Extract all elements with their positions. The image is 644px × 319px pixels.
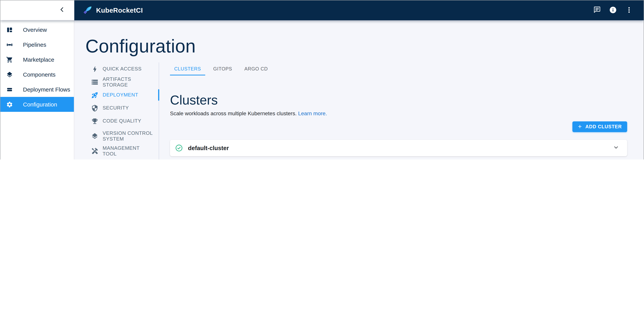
- tab-clusters[interactable]: CLUSTERS: [170, 62, 205, 76]
- subnav-item-gen-ai[interactable]: GEN AI: [86, 158, 158, 160]
- sidebar-item-label: Components: [23, 71, 56, 78]
- tab-label: CLUSTERS: [174, 66, 201, 72]
- cluster-name: default-cluster: [188, 145, 229, 152]
- tab-label: ARGO CD: [244, 66, 268, 72]
- subnav-item-label: MANAGEMENT TOOL: [102, 145, 155, 157]
- feedback-chat-icon: [593, 6, 601, 15]
- dashboard-icon: [6, 26, 13, 33]
- subnav-item-artifacts-storage[interactable]: ARTIFACTS STORAGE: [86, 76, 158, 88]
- pipeline-icon: [6, 41, 13, 48]
- tools-icon: [91, 147, 98, 155]
- storage-icon: [91, 78, 98, 86]
- actions-row: + ADD CLUSTER: [170, 122, 627, 132]
- sidebar-header: [0, 0, 74, 20]
- page-title: Configuration: [86, 36, 627, 57]
- section-description: Scale workloads across multiple Kubernet…: [170, 110, 627, 118]
- chevron-left-icon: [58, 6, 66, 14]
- app: KubeRocketCI: [0, 0, 644, 160]
- sidebar-item-deployment-flows[interactable]: Deployment Flows: [0, 82, 74, 97]
- sidebar-item-label: Configuration: [23, 101, 57, 108]
- cluster-row[interactable]: default-cluster: [170, 140, 627, 156]
- more-menu-button[interactable]: [623, 4, 635, 16]
- app-title: KubeRocketCI: [96, 6, 143, 14]
- sidebar-item-marketplace[interactable]: Marketplace: [0, 52, 74, 67]
- sidebar-item-label: Deployment Flows: [23, 86, 70, 93]
- layers-icon: [91, 132, 98, 140]
- tab-gitops[interactable]: GITOPS: [209, 62, 236, 76]
- info-icon: [609, 6, 617, 15]
- flows-icon: [6, 86, 13, 93]
- subnav-item-security[interactable]: SECURITY: [86, 102, 158, 114]
- header-actions: [591, 4, 635, 16]
- tab-label: GITOPS: [213, 66, 232, 72]
- sidebar-spacer: [0, 112, 74, 160]
- body: Overview Pipelines Marketplace: [0, 20, 644, 160]
- subnav-item-quick-access[interactable]: QUICK ACCESS: [86, 62, 158, 76]
- learn-more-link[interactable]: Learn more.: [298, 110, 327, 116]
- configuration-layout: QUICK ACCESS ARTIFACTS STORAGE DEPLOYMEN…: [86, 62, 627, 160]
- sidebar-item-components[interactable]: Components: [0, 67, 74, 82]
- feedback-chat-button[interactable]: [591, 4, 603, 16]
- info-button[interactable]: [607, 4, 619, 16]
- sidebar-item-label: Overview: [23, 26, 47, 33]
- main-content: Configuration QUICK ACCESS ARTIFACTS STO…: [74, 20, 644, 160]
- browser-window: KubeRocketCI: [0, 0, 644, 160]
- sidebar-item-overview[interactable]: Overview: [0, 22, 74, 37]
- collapse-sidebar-button[interactable]: [57, 5, 68, 16]
- check-circle-icon: [175, 144, 183, 152]
- gear-icon: [6, 101, 13, 108]
- sidebar-item-configuration[interactable]: Configuration: [0, 97, 74, 112]
- rocket-launch-icon: [91, 91, 98, 99]
- subnav-item-label: CODE QUALITY: [102, 118, 141, 124]
- sidebar-item-label: Marketplace: [23, 56, 54, 63]
- subnav-item-code-quality[interactable]: CODE QUALITY: [86, 114, 158, 128]
- app-header: KubeRocketCI: [74, 0, 644, 20]
- add-cluster-label: ADD CLUSTER: [586, 124, 622, 130]
- subnav-item-version-control-system[interactable]: VERSION CONTROL SYSTEM: [86, 128, 158, 144]
- subnav-item-label: VERSION CONTROL SYSTEM: [102, 130, 155, 142]
- trophy-icon: [91, 117, 98, 125]
- subnav-item-label: ARTIFACTS STORAGE: [102, 76, 155, 88]
- config-subnav: QUICK ACCESS ARTIFACTS STORAGE DEPLOYMEN…: [86, 62, 159, 160]
- expand-cluster-button[interactable]: [611, 143, 621, 153]
- kebab-menu-icon: [625, 6, 633, 15]
- sidebar-nav: Overview Pipelines Marketplace: [0, 22, 74, 112]
- config-tabs: CLUSTERS GITOPS ARGO CD: [170, 62, 627, 76]
- bolt-icon: [91, 65, 98, 73]
- subnav-item-management-tool[interactable]: MANAGEMENT TOOL: [86, 144, 158, 158]
- section-heading: Clusters: [170, 92, 627, 108]
- tab-argo-cd[interactable]: ARGO CD: [240, 62, 272, 76]
- rocket-feather-logo-icon: [83, 5, 93, 15]
- subnav-item-deployment[interactable]: DEPLOYMENT: [86, 88, 158, 102]
- plus-icon: +: [578, 124, 582, 130]
- subnav-item-label: SECURITY: [102, 105, 129, 111]
- chevron-down-icon: [612, 144, 620, 152]
- subnav-item-label: QUICK ACCESS: [102, 66, 142, 72]
- shield-icon: [91, 104, 98, 112]
- sidebar: Overview Pipelines Marketplace: [0, 20, 74, 160]
- sidebar-item-pipelines[interactable]: Pipelines: [0, 37, 74, 52]
- subnav-item-label: DEPLOYMENT: [102, 92, 138, 98]
- cart-icon: [6, 56, 13, 63]
- add-cluster-button[interactable]: + ADD CLUSTER: [572, 122, 627, 132]
- layers-icon: [6, 71, 13, 78]
- clusters-panel: CLUSTERS GITOPS ARGO CD Clusters Scale w…: [159, 62, 627, 160]
- description-text: Scale workloads across multiple Kubernet…: [170, 110, 296, 116]
- top-bar: KubeRocketCI: [0, 0, 644, 20]
- sidebar-item-label: Pipelines: [23, 41, 46, 48]
